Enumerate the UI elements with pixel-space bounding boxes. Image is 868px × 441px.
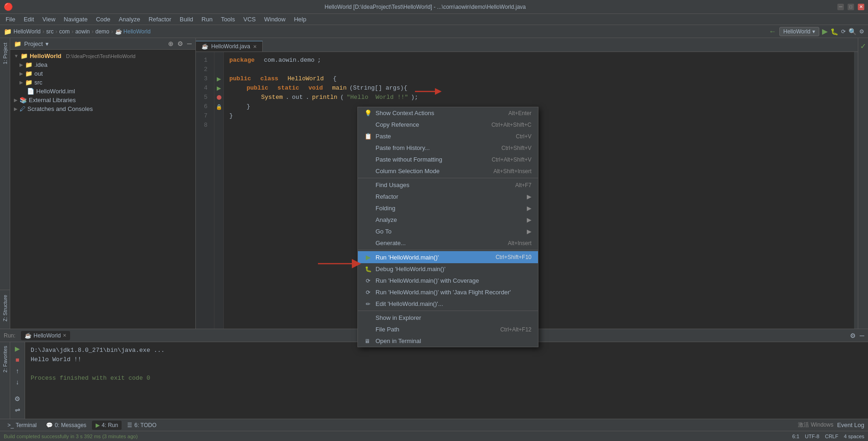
close-button[interactable]: ✕: [858, 4, 864, 10]
minimize-button[interactable]: ─: [837, 4, 844, 10]
ctx-copy-reference[interactable]: Copy Reference Ctrl+Alt+Shift+C: [358, 119, 538, 130]
ctx-show-context-actions[interactable]: 💡 Show Context Actions Alt+Enter: [358, 107, 538, 119]
minimize-panel-icon[interactable]: ─: [860, 332, 864, 339]
scope-icon[interactable]: ⊕: [168, 40, 174, 47]
ctx-run-main[interactable]: ▶ Run 'HelloWorld.main()' Ctrl+Shift+F10: [358, 251, 538, 263]
tab-close-icon[interactable]: ✕: [253, 44, 257, 49]
terminal-tab-icon: >_: [7, 422, 14, 428]
submenu-arrow-folding: ▶: [527, 205, 531, 212]
ctx-find-usages[interactable]: Find Usages Alt+F7: [358, 179, 538, 191]
ctx-paste-no-format[interactable]: Paste without Formatting Ctrl+Alt+Shift+…: [358, 154, 538, 165]
tree-item-iml[interactable]: 📄 HelloWorld.iml: [10, 87, 195, 96]
menu-run[interactable]: Run: [198, 15, 216, 24]
ctx-open-terminal[interactable]: 🖥 Open in Terminal: [358, 335, 538, 347]
stop-tool-btn[interactable]: ■: [13, 356, 22, 363]
ctx-refactor[interactable]: Refactor ▶: [358, 191, 538, 202]
run-tab-icon: ☕: [25, 332, 32, 339]
tree-item-scratches[interactable]: ▶ 🖊 Scratches and Consoles: [10, 104, 195, 113]
maximize-button[interactable]: □: [848, 4, 854, 10]
breadcrumb-item[interactable]: com: [59, 28, 70, 35]
settings-run-icon[interactable]: ⚙: [859, 28, 864, 35]
structure-tab[interactable]: Z: Structure: [1, 292, 9, 324]
ctx-file-path[interactable]: File Path Ctrl+Alt+F12: [358, 324, 538, 335]
tree-item-idea[interactable]: ▶ 📁 .idea: [10, 60, 195, 69]
menu-help[interactable]: Help: [290, 15, 310, 24]
breadcrumb-item[interactable]: HelloWorld: [13, 28, 40, 35]
breadcrumb-item[interactable]: aowin: [75, 28, 90, 35]
ctx-paste[interactable]: 📋 Paste Ctrl+V: [358, 130, 538, 142]
edit-config-icon: ✏: [364, 301, 372, 307]
code-line-4: public static void main(String[] args){: [229, 84, 849, 93]
run-config-selector[interactable]: HelloWorld ▾: [779, 27, 819, 36]
bottom-tab-run[interactable]: ☕ HelloWorld ✕: [21, 331, 70, 340]
sidebar-title-label: Project: [24, 40, 43, 47]
tab-messages[interactable]: 💬 0: Messages: [42, 421, 90, 430]
tree-item-helloworld[interactable]: ▼ 📁 HelloWorld D:\IdeaProject\Test\Hello…: [10, 52, 195, 60]
ctx-debug-main[interactable]: 🐛 Debug 'HelloWorld.main()': [358, 263, 538, 275]
menu-navigate[interactable]: Navigate: [60, 15, 91, 24]
ctx-paste-history[interactable]: Paste from History... Ctrl+Shift+V: [358, 142, 538, 154]
menu-analyze[interactable]: Analyze: [115, 15, 144, 24]
back-nav-icon[interactable]: ←: [769, 27, 777, 36]
ctx-folding[interactable]: Folding ▶: [358, 202, 538, 214]
breadcrumb-item[interactable]: ☕ HelloWorld: [115, 28, 151, 35]
menu-view[interactable]: View: [39, 15, 59, 24]
tab-run[interactable]: ▶ 4: Run: [92, 421, 122, 430]
wrap-btn[interactable]: ⇌: [13, 406, 22, 414]
breadcrumb-item[interactable]: src: [46, 28, 53, 35]
settings-tool-btn[interactable]: ⚙: [13, 395, 22, 402]
menu-refactor[interactable]: Refactor: [145, 15, 175, 24]
folder-icon: 📁: [25, 61, 32, 68]
ctx-generate[interactable]: Generate... Alt+Insert: [358, 237, 538, 249]
event-log-label[interactable]: Event Log: [837, 422, 864, 428]
run-config-label: HelloWorld: [784, 28, 810, 35]
run-gutter-icon-3[interactable]: ▶: [217, 74, 221, 84]
hide-icon[interactable]: ─: [187, 40, 192, 47]
tree-path: D:\IdeaProject\Test\HelloWorld: [66, 53, 136, 59]
scroll-down-btn[interactable]: ↓: [13, 378, 22, 386]
bottom-tools-bar: >_ Terminal 💬 0: Messages ▶ 4: Run ☰ 6: …: [0, 419, 868, 431]
debug-button[interactable]: 🐛: [830, 28, 838, 35]
menu-file[interactable]: File: [2, 15, 19, 24]
tree-item-ext-libs[interactable]: ▶ 📚 External Libraries: [10, 96, 195, 104]
expand-arrow: ▶: [19, 71, 23, 76]
editor-tab-helloworld[interactable]: ☕ HelloWorld.java ✕: [196, 41, 263, 52]
menu-tools[interactable]: Tools: [217, 15, 239, 24]
search-everywhere-button[interactable]: 🔍: [849, 28, 856, 35]
run-tool-btn[interactable]: ▶: [13, 345, 22, 352]
tab-todo[interactable]: ☰ 6: TODO: [123, 421, 160, 430]
ctx-edit-config[interactable]: ✏ Edit 'HelloWorld.main()'...: [358, 298, 538, 310]
breadcrumb-item[interactable]: demo: [96, 28, 110, 35]
settings-icon[interactable]: ⚙: [850, 332, 856, 339]
ctx-goto[interactable]: Go To ▶: [358, 226, 538, 237]
ctx-analyze[interactable]: Analyze ▶: [358, 214, 538, 226]
scroll-up-btn[interactable]: ↑: [13, 367, 22, 375]
dropdown-icon[interactable]: ▾: [45, 40, 49, 47]
app-logo: 🔴: [4, 2, 13, 11]
tree-item-src[interactable]: ▶ 📁 src: [10, 78, 195, 87]
tree-item-out[interactable]: ▶ 📁 out: [10, 69, 195, 78]
ctx-column-selection[interactable]: Column Selection Mode Alt+Shift+Insert: [358, 165, 538, 177]
run-coverage-button[interactable]: ⟳: [841, 28, 846, 35]
run-gutter-icon-4[interactable]: ▶: [217, 84, 221, 93]
run-tab-label: HelloWorld: [33, 332, 60, 339]
messages-tab-icon: 💬: [46, 422, 53, 428]
ctx-show-explorer[interactable]: Show in Explorer: [358, 312, 538, 324]
menu-vcs[interactable]: VCS: [240, 15, 259, 24]
encoding: UTF-8: [805, 434, 819, 439]
nav-run-area: ← HelloWorld ▾ ▶ 🐛 ⟳ 🔍 ⚙: [769, 27, 864, 36]
favorites-tab[interactable]: 2: Favorites: [1, 344, 9, 374]
project-panel-tab[interactable]: 1: Project: [1, 40, 9, 67]
run-button[interactable]: ▶: [822, 27, 828, 36]
gear-icon[interactable]: ⚙: [177, 40, 183, 47]
tab-terminal[interactable]: >_ Terminal: [4, 421, 40, 430]
menu-window[interactable]: Window: [260, 15, 289, 24]
ctx-divider-2: [358, 250, 538, 250]
menu-edit[interactable]: Edit: [20, 15, 38, 24]
menu-code[interactable]: Code: [92, 15, 114, 24]
ctx-run-jfr[interactable]: ⟳ Run 'HelloWorld.main()' with 'Java Fli…: [358, 286, 538, 298]
ctx-run-coverage[interactable]: ⟳ Run 'HelloWorld.main()' with Coverage: [358, 275, 538, 286]
breakpoint-icon[interactable]: [217, 95, 221, 100]
menu-build[interactable]: Build: [176, 15, 197, 24]
run-tab-close-icon[interactable]: ✕: [63, 333, 66, 338]
